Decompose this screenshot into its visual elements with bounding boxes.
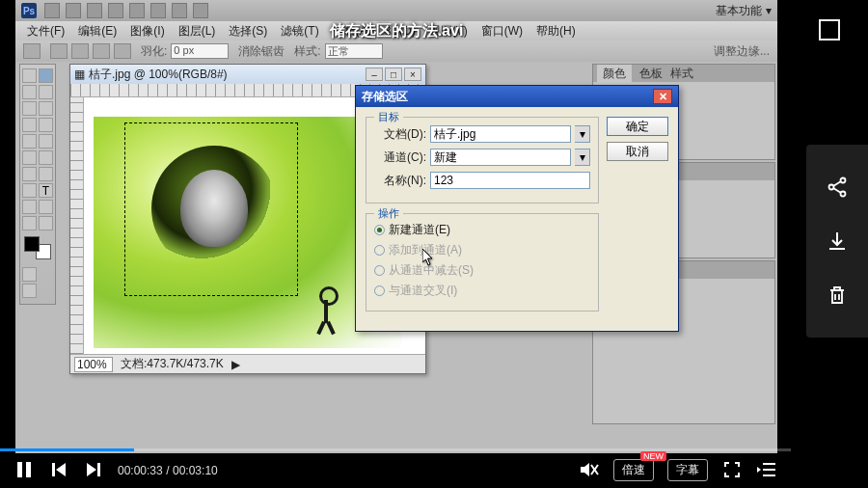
trash-icon[interactable]: [825, 283, 850, 308]
pause-button[interactable]: [14, 459, 35, 480]
marquee-tool-icon[interactable]: [39, 68, 53, 83]
menu-filter[interactable]: 滤镜(T): [275, 21, 324, 41]
zoom-input[interactable]: 100%: [74, 357, 113, 372]
dialog-title: 存储选区: [362, 89, 408, 105]
refine-edge-button[interactable]: 调整边缘...: [714, 43, 770, 60]
toolbar-icon[interactable]: [108, 3, 123, 18]
toolbar-icon[interactable]: [150, 3, 166, 18]
toolbar-icon[interactable]: [66, 3, 81, 18]
download-icon[interactable]: [825, 229, 850, 254]
panel-tab-color[interactable]: 颜色: [597, 65, 632, 83]
history-brush-icon[interactable]: [39, 134, 53, 149]
selection-marquee[interactable]: [124, 122, 298, 296]
toolbar-icon[interactable]: [172, 3, 187, 18]
dodge-tool-icon[interactable]: [39, 167, 53, 181]
fullscreen-button[interactable]: [721, 459, 743, 480]
svg-rect-1: [26, 462, 31, 477]
move-tool-icon[interactable]: [22, 68, 37, 83]
quickmask-icon[interactable]: [22, 267, 37, 282]
share-icon[interactable]: [825, 175, 850, 200]
panel-tab-swatches[interactable]: 色板: [639, 66, 663, 82]
menu-select[interactable]: 选择(S): [223, 21, 273, 41]
status-arrow-icon[interactable]: ▶: [231, 358, 240, 371]
toolbar-icon[interactable]: [193, 3, 208, 18]
close-icon[interactable]: ×: [404, 68, 421, 81]
lasso-tool-icon[interactable]: [22, 85, 37, 99]
healing-tool-icon[interactable]: [22, 118, 37, 132]
playlist-button[interactable]: [756, 459, 777, 480]
name-field-label: 名称(N):: [374, 173, 426, 189]
window-mode-icon[interactable]: [819, 19, 840, 41]
photoshop-app: Ps 基本功能 ▾ 文件(F) 编辑(E): [15, 0, 777, 453]
toolbar-icon[interactable]: [87, 3, 102, 18]
radio-off-icon: [374, 265, 385, 276]
ps-titlebar: Ps 基本功能 ▾: [15, 0, 777, 21]
cancel-button[interactable]: 取消: [607, 142, 668, 161]
mute-button[interactable]: [579, 459, 600, 480]
selection-mode-icon[interactable]: [93, 43, 110, 59]
shape-tool-icon[interactable]: [39, 200, 53, 214]
document-titlebar[interactable]: ▦ 桔子.jpg @ 100%(RGB/8#) – □ ×: [70, 65, 425, 84]
chevron-down-icon[interactable]: ▾: [575, 125, 590, 143]
menu-edit[interactable]: 编辑(E): [72, 21, 122, 41]
svg-rect-3: [97, 463, 100, 476]
eyedropper-tool-icon[interactable]: [39, 101, 53, 116]
crop-tool-icon[interactable]: [22, 101, 37, 116]
chevron-down-icon[interactable]: ▾: [766, 4, 772, 17]
new-badge: NEW: [640, 451, 666, 461]
selection-mode-icon[interactable]: [71, 43, 89, 59]
type-tool-icon[interactable]: T: [39, 183, 53, 198]
dialog-titlebar[interactable]: 存储选区 ✕: [356, 86, 678, 107]
channel-select[interactable]: 新建: [430, 149, 571, 166]
ok-button[interactable]: 确定: [607, 117, 668, 136]
menu-image[interactable]: 图像(I): [124, 21, 170, 41]
speed-button[interactable]: 倍速 NEW: [613, 459, 654, 481]
operation-legend: 操作: [374, 206, 403, 221]
pen-tool-icon[interactable]: [22, 183, 37, 198]
wand-tool-icon[interactable]: [39, 85, 53, 99]
minimize-icon[interactable]: –: [366, 68, 383, 81]
name-input[interactable]: 123: [430, 172, 590, 189]
subtitle-button[interactable]: 字幕: [667, 459, 708, 481]
color-swatches[interactable]: [22, 234, 53, 261]
chevron-down-icon[interactable]: ▾: [575, 149, 590, 166]
toolbar-icon[interactable]: [44, 3, 60, 18]
player-controls: 00:00:33 / 00:03:10 倍速 NEW 字幕: [0, 451, 791, 488]
maximize-icon[interactable]: □: [385, 68, 402, 81]
svg-line-12: [833, 181, 841, 186]
screenmode-icon[interactable]: [22, 284, 37, 298]
path-tool-icon[interactable]: [22, 200, 37, 214]
gradient-tool-icon[interactable]: [39, 150, 53, 165]
menu-file[interactable]: 文件(F): [21, 21, 70, 41]
channel-field-label: 通道(C):: [374, 149, 426, 166]
menu-window[interactable]: 窗口(W): [475, 21, 529, 41]
brush-tool-icon[interactable]: [39, 118, 53, 132]
close-icon[interactable]: ✕: [653, 89, 672, 104]
document-select[interactable]: 桔子.jpg: [430, 125, 571, 143]
foreground-color[interactable]: [24, 236, 40, 252]
selection-mode-icon[interactable]: [50, 43, 68, 59]
op-label: 从通道中减去(S): [389, 262, 474, 279]
blur-tool-icon[interactable]: [22, 167, 37, 181]
marquee-tool-icon[interactable]: [23, 43, 41, 59]
player-top-right: [791, 0, 868, 60]
document-field-label: 文档(D):: [374, 126, 426, 143]
time-display: 00:00:33 / 00:03:10: [118, 463, 218, 477]
panel-tab-styles[interactable]: 样式: [670, 66, 693, 82]
menu-help[interactable]: 帮助(H): [530, 21, 582, 41]
document-title: 桔子.jpg @ 100%(RGB/8#): [89, 67, 228, 83]
op-new-channel[interactable]: 新建通道(E): [374, 222, 590, 238]
stamp-tool-icon[interactable]: [22, 134, 37, 149]
selection-mode-icon[interactable]: [114, 43, 131, 59]
eraser-tool-icon[interactable]: [22, 150, 37, 165]
menu-layer[interactable]: 图层(L): [173, 21, 222, 41]
style-select[interactable]: 正常: [325, 43, 383, 59]
hand-tool-icon[interactable]: [22, 216, 37, 230]
prev-track-button[interactable]: [48, 459, 69, 480]
speed-label: 倍速: [622, 463, 645, 476]
zoom-tool-icon[interactable]: [39, 216, 53, 230]
next-track-button[interactable]: [83, 459, 104, 480]
feather-input[interactable]: 0 px: [171, 43, 229, 59]
workspace-label[interactable]: 基本功能: [716, 3, 762, 19]
toolbar-icon[interactable]: [129, 3, 145, 18]
